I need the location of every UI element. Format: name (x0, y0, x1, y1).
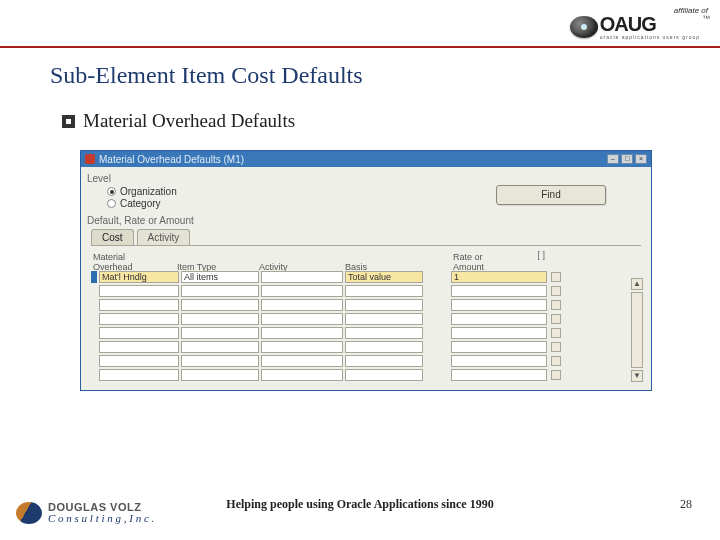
subhead-label: Default, Rate or Amount (87, 215, 645, 226)
cell-activity[interactable] (261, 271, 343, 283)
dff-button[interactable] (551, 314, 561, 324)
dff-button[interactable] (551, 328, 561, 338)
defaults-grid: Material Overhead Item Type Activity Bas… (91, 252, 647, 382)
dff-indicator: [ ] (537, 250, 545, 260)
header-rule (0, 46, 720, 48)
table-row[interactable] (91, 368, 647, 382)
radio-icon (107, 199, 116, 208)
radio-icon (107, 187, 116, 196)
dff-button[interactable] (551, 286, 561, 296)
table-row[interactable] (91, 340, 647, 354)
cell-overhead[interactable]: Mat'l Hndlg (99, 271, 179, 283)
scroll-down-button[interactable]: ▼ (631, 370, 643, 382)
bullet-item: Material Overhead Defaults (62, 110, 295, 132)
dff-button[interactable] (551, 342, 561, 352)
dff-button[interactable] (551, 370, 561, 380)
find-button[interactable]: Find (496, 185, 606, 205)
oaug-logo: OAUG oracle applications users group ™ (570, 14, 710, 40)
bullet-icon (62, 115, 75, 128)
scroll-thumb[interactable] (631, 292, 643, 368)
oracle-icon (85, 154, 95, 164)
oracle-form-window: Material Overhead Defaults (M1) – □ × Le… (80, 150, 652, 391)
grid-scrollbar: ▲ ▼ (631, 278, 643, 382)
dff-button[interactable] (551, 356, 561, 366)
slide-title: Sub-Element Item Cost Defaults (50, 62, 363, 89)
bullet-text: Material Overhead Defaults (83, 110, 295, 132)
table-row[interactable] (91, 354, 647, 368)
maximize-button[interactable]: □ (621, 154, 633, 164)
tab-underline (91, 245, 641, 246)
trademark-symbol: ™ (702, 14, 710, 23)
scroll-up-button[interactable]: ▲ (631, 278, 643, 290)
page-number: 28 (680, 497, 692, 512)
tab-strip: Cost Activity (91, 229, 645, 245)
table-row[interactable] (91, 284, 647, 298)
level-group-label: Level (87, 173, 645, 184)
cell-basis[interactable]: Total value (345, 271, 423, 283)
close-button[interactable]: × (635, 154, 647, 164)
form-titlebar: Material Overhead Defaults (M1) – □ × (81, 151, 651, 167)
footer-tagline: Helping people using Oracle Applications… (0, 497, 720, 512)
radio-label: Organization (120, 186, 177, 197)
radio-label: Category (120, 198, 161, 209)
form-body: Level Organization Category Find Default… (81, 167, 651, 390)
table-row[interactable] (91, 298, 647, 312)
table-row[interactable] (91, 326, 647, 340)
minimize-button[interactable]: – (607, 154, 619, 164)
form-title: Material Overhead Defaults (M1) (99, 154, 605, 165)
tab-cost[interactable]: Cost (91, 229, 134, 245)
table-row[interactable] (91, 312, 647, 326)
oaug-subtitle: oracle applications users group (600, 35, 700, 40)
dff-button[interactable] (551, 300, 561, 310)
oaug-acronym: OAUG (600, 14, 700, 34)
footer-brand-bottom: C o n s u l t i n g , I n c . (48, 513, 154, 524)
oaug-globe-icon (570, 16, 598, 38)
current-row-indicator (91, 271, 97, 283)
tab-activity[interactable]: Activity (137, 229, 191, 245)
cell-item-type[interactable]: All items (181, 271, 259, 283)
oaug-logo-text: OAUG oracle applications users group (600, 14, 700, 40)
grid-rows: Mat'l Hndlg All items Total value 1 (91, 270, 647, 382)
table-row[interactable]: Mat'l Hndlg All items Total value 1 (91, 270, 647, 284)
cell-rate[interactable]: 1 (451, 271, 547, 283)
dff-button[interactable] (551, 272, 561, 282)
